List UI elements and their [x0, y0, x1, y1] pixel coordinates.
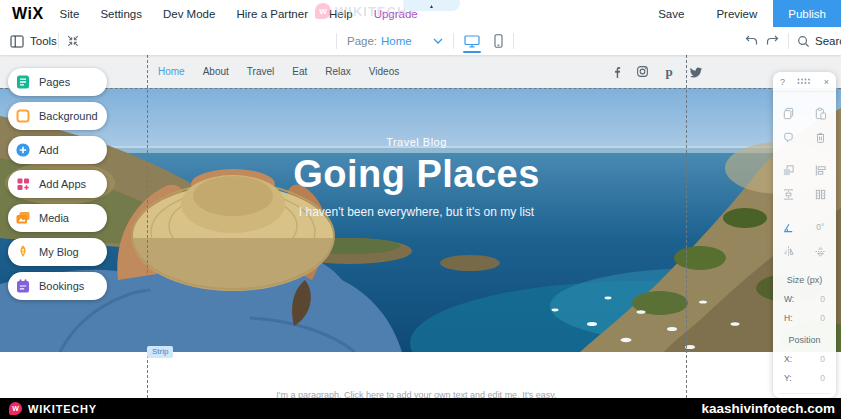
- position-section-label: Position: [773, 335, 836, 345]
- panel-row-arrange: [773, 158, 836, 182]
- redo-icon: [766, 34, 780, 47]
- close-icon[interactable]: ×: [824, 77, 829, 87]
- desktop-view-button[interactable]: [464, 35, 480, 48]
- site-header[interactable]: Home About Travel Eat Relax Videos p: [0, 55, 841, 88]
- sidebar-item-label: Background: [39, 110, 98, 122]
- panel-header: ? ×: [773, 72, 836, 92]
- wikitechy-footer-bar: W WIKITECHY kaashivinfotech.com: [0, 398, 841, 419]
- x-input[interactable]: 0: [820, 354, 825, 364]
- distribute-icon[interactable]: [780, 185, 798, 203]
- panel-divider: [779, 393, 830, 394]
- y-label: Y:: [784, 373, 792, 383]
- nav-item-relax[interactable]: Relax: [325, 66, 351, 77]
- tooltip-arrow-icon: ▴: [430, 2, 433, 11]
- sidebar-item-label: Bookings: [39, 280, 84, 292]
- instagram-icon[interactable]: [635, 65, 649, 79]
- flip-horizontal-icon[interactable]: [780, 242, 798, 260]
- panel-row-rotate: 0°: [773, 215, 836, 239]
- social-bar: p: [608, 55, 703, 88]
- flip-vertical-icon[interactable]: [811, 242, 829, 260]
- undo-button[interactable]: [744, 34, 758, 47]
- menu-item-settings[interactable]: Settings: [100, 8, 142, 20]
- sidebar-item-add[interactable]: Add: [8, 136, 107, 164]
- nav-item-home[interactable]: Home: [158, 66, 185, 77]
- menu-item-hire-a-partner[interactable]: Hire a Partner: [236, 8, 308, 20]
- wikitechy-watermark: W WIKITECHY: [315, 3, 417, 19]
- sidebar-item-add-apps[interactable]: Add Apps: [8, 170, 107, 198]
- save-button[interactable]: Save: [642, 8, 700, 20]
- hero-photo[interactable]: [0, 88, 841, 352]
- width-field: W: 0: [773, 294, 836, 304]
- paste-icon[interactable]: [811, 104, 829, 122]
- pinterest-icon[interactable]: p: [662, 65, 676, 79]
- search-button[interactable]: Search: [797, 27, 841, 55]
- height-input[interactable]: 0: [820, 313, 825, 323]
- sidebar-item-label: Add Apps: [39, 178, 86, 190]
- arrange-icon[interactable]: [780, 161, 798, 179]
- sidebar-item-pages[interactable]: Pages: [8, 68, 107, 96]
- bookings-icon: [15, 278, 31, 294]
- y-input[interactable]: 0: [820, 373, 825, 383]
- page-guide-horizontal: [0, 88, 841, 89]
- sidebar-item-background[interactable]: Background: [8, 102, 107, 130]
- twitter-icon[interactable]: [689, 65, 703, 79]
- hero-photo-art: [0, 88, 841, 352]
- drag-handle-icon[interactable]: [797, 78, 811, 85]
- desktop-icon: [464, 35, 480, 48]
- nav-item-travel[interactable]: Travel: [247, 66, 274, 77]
- x-label: X:: [784, 354, 792, 364]
- sidebar-item-my-blog[interactable]: My Blog: [8, 238, 107, 266]
- menu-item-site[interactable]: Site: [60, 8, 80, 20]
- rotate-icon[interactable]: [780, 218, 798, 236]
- strip-section-label[interactable]: Strip: [147, 346, 173, 358]
- panel-row-clipboard: [773, 101, 836, 125]
- page-label: Page:: [347, 35, 377, 47]
- duplicate-icon[interactable]: [780, 128, 798, 146]
- sidebar-item-media[interactable]: Media: [8, 204, 107, 232]
- sidebar-item-label: Add: [39, 144, 59, 156]
- page-selector[interactable]: Page: Home: [337, 27, 453, 55]
- wix-logo: WiX: [12, 5, 44, 23]
- sidebar-item-bookings[interactable]: Bookings: [8, 272, 107, 300]
- toolbar-divider: [513, 33, 514, 49]
- collapsed-tooltip[interactable]: ▴: [403, 0, 460, 11]
- wikitechy-logo-icon: W: [9, 402, 22, 415]
- align-icon[interactable]: [811, 161, 829, 179]
- mobile-icon: [494, 34, 503, 48]
- facebook-icon[interactable]: [608, 65, 622, 79]
- sidebar-item-label: Pages: [39, 76, 70, 88]
- wikitechy-logo-icon: W: [315, 3, 331, 19]
- panel-row-flip: [773, 239, 836, 263]
- toolbar-divider: [788, 33, 789, 49]
- panel-row-distribute: [773, 182, 836, 206]
- rotation-value[interactable]: 0°: [811, 218, 829, 236]
- collapse-view-button[interactable]: [66, 34, 80, 48]
- page-guide-right: [686, 55, 687, 398]
- menu-item-dev-mode[interactable]: Dev Mode: [163, 8, 215, 20]
- match-size-icon[interactable]: [811, 185, 829, 203]
- mobile-view-button[interactable]: [494, 34, 503, 48]
- delete-icon[interactable]: [811, 128, 829, 146]
- tools-button[interactable]: Tools: [10, 27, 57, 55]
- y-field: Y: 0: [773, 373, 836, 383]
- panel-row-edit: [773, 125, 836, 149]
- my-blog-icon: [15, 244, 31, 260]
- nav-item-eat[interactable]: Eat: [292, 66, 307, 77]
- help-icon[interactable]: ?: [780, 77, 785, 87]
- copy-icon[interactable]: [780, 104, 798, 122]
- height-label: H:: [784, 313, 793, 323]
- editor-toolbar: Tools Page: Home: [0, 27, 841, 55]
- undo-icon: [744, 34, 758, 47]
- redo-button[interactable]: [766, 34, 780, 47]
- nav-item-about[interactable]: About: [203, 66, 229, 77]
- width-input[interactable]: 0: [820, 294, 825, 304]
- element-settings-panel: ? × 0° Size (px) W:: [773, 72, 836, 398]
- active-device-indicator: [463, 51, 481, 53]
- toolbar-divider: [58, 33, 59, 49]
- media-icon: [15, 210, 31, 226]
- nav-item-videos[interactable]: Videos: [369, 66, 399, 77]
- publish-button[interactable]: Publish: [773, 0, 841, 27]
- preview-button[interactable]: Preview: [700, 8, 773, 20]
- search-icon: [797, 35, 810, 48]
- top-actions: Save Preview Publish: [642, 0, 841, 27]
